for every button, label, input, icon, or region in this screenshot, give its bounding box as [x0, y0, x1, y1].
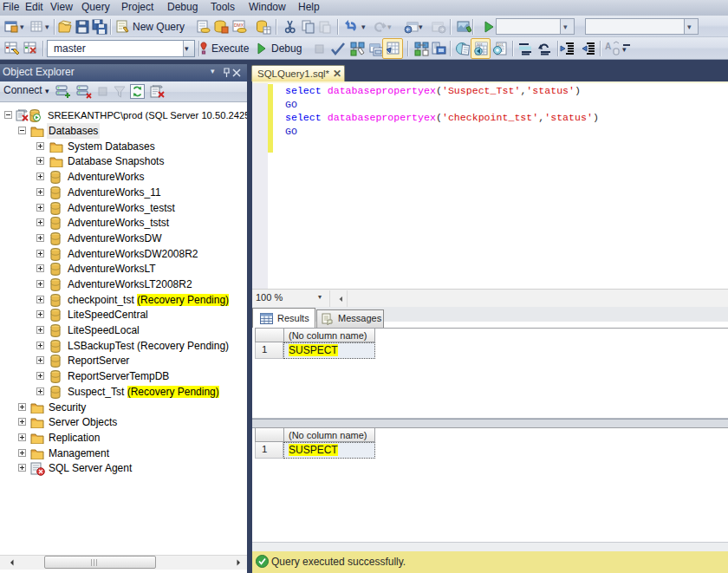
svg-text:DMX: DMX — [234, 23, 244, 28]
svg-text:101: 101 — [497, 42, 504, 47]
svg-text:A: A — [605, 42, 611, 51]
